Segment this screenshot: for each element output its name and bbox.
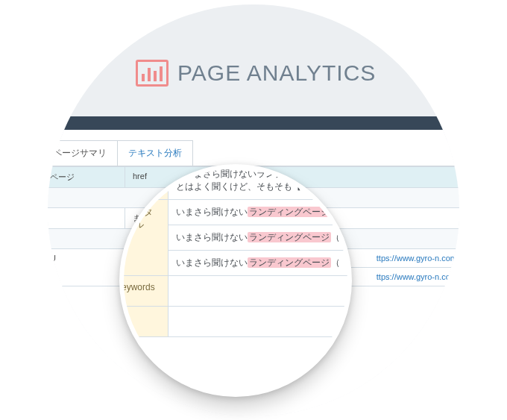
magnifier-lens: descripiton 【いまさら聞けないランディングページ とはよく聞くけど、… (119, 164, 352, 397)
tab-page-summary[interactable]: ページサマリ (48, 140, 118, 166)
stage: ページサマリ テキスト分析 ページ href まさら聞けないランディングペ (0, 0, 507, 420)
title-text: PAGE ANALYTICS (177, 60, 376, 86)
col-page: ページ (48, 167, 125, 188)
page-cell (48, 208, 125, 229)
bar-chart-icon (136, 60, 169, 87)
row-extra-value (169, 307, 352, 337)
page-title: PAGE ANALYTICS (136, 60, 376, 87)
highlight-keyword: ランディングページ (248, 232, 331, 242)
highlight-keyword: ランディングページ (248, 257, 331, 268)
highlight-keyword: ランディングページ (248, 207, 331, 217)
tab-text-analysis[interactable]: テキスト分析 (117, 140, 193, 166)
tab-bar: ページサマリ テキスト分析 (48, 140, 459, 166)
row-title-value-3: いまさら聞けないランディングページ（ (169, 251, 352, 276)
row-keywords-label: keywords (119, 276, 169, 307)
row-title-value-2: いまさら聞けないランディングページ（L (169, 225, 352, 251)
row-keywords-value (169, 276, 352, 307)
url-label-cell: U (48, 249, 125, 286)
